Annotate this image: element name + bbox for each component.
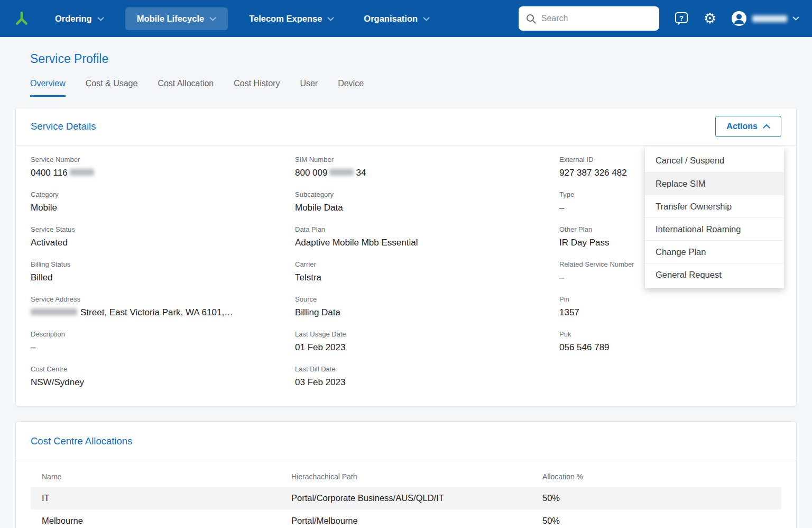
chevron-up-icon xyxy=(763,124,770,129)
field-category: Category Mobile xyxy=(31,190,295,225)
nav-item-telecom-expense[interactable]: Telecom Expense xyxy=(241,7,343,30)
field-puk: Puk 056 546 789 xyxy=(559,330,781,365)
field-data-plan: Data Plan Adaptive Mobile Mbb Essential xyxy=(295,225,559,260)
avatar-icon xyxy=(731,11,747,26)
nav-item-ordering[interactable]: Ordering xyxy=(47,7,113,30)
user-menu[interactable] xyxy=(731,11,799,26)
column-header-name: Name xyxy=(31,461,280,487)
help-button[interactable]: ? xyxy=(674,11,689,26)
table-row: IT Portal/Corporate Business/AUS/QLD/IT … xyxy=(31,487,781,509)
column-header-hierarchical-path: Hierachachical Path xyxy=(280,461,531,487)
nav-item-organisation[interactable]: Organisation xyxy=(355,7,438,30)
cell-path: Portal/Melbourne xyxy=(280,509,531,528)
tab-device[interactable]: Device xyxy=(338,79,364,97)
search-input[interactable] xyxy=(541,14,652,23)
chevron-down-icon xyxy=(792,16,799,21)
field-service-address: Service Address Street, East Victoria Pa… xyxy=(31,295,295,330)
card-title-cost-centre-allocations: Cost Centre Allocations xyxy=(31,435,132,447)
cell-allocation: 50% xyxy=(531,487,781,509)
menu-item-replace-sim[interactable]: Replace SIM xyxy=(645,172,784,195)
nav-item-label: Organisation xyxy=(364,14,418,24)
nav-item-mobile-lifecycle[interactable]: Mobile Lifecycle xyxy=(125,7,228,30)
redacted-text xyxy=(70,169,94,176)
nav-item-label: Telecom Expense xyxy=(249,14,322,24)
svg-text:?: ? xyxy=(679,14,684,22)
search-icon xyxy=(526,14,536,24)
field-subcategory: Subcategory Mobile Data xyxy=(295,190,559,225)
actions-dropdown-menu: Cancel / Suspend Replace SIM Transfer Ow… xyxy=(645,147,784,288)
settings-button[interactable]: ⚙ xyxy=(704,12,716,26)
menu-item-cancel-suspend[interactable]: Cancel / Suspend xyxy=(645,149,784,172)
field-source: Source Billing Data xyxy=(295,295,559,330)
nav-item-label: Mobile Lifecycle xyxy=(137,14,204,24)
card-title-service-details: Service Details xyxy=(31,121,96,132)
actions-button[interactable]: Actions xyxy=(715,116,781,137)
field-service-status: Service Status Activated xyxy=(31,225,295,260)
allocations-table: Name Hierachachical Path Allocation % IT… xyxy=(16,461,796,528)
page-title: Service Profile xyxy=(30,52,797,66)
main-menu: Ordering Mobile Lifecycle Telecom Expens… xyxy=(47,7,438,30)
chevron-down-icon xyxy=(209,17,216,21)
redacted-text xyxy=(31,308,77,315)
global-search xyxy=(519,6,659,31)
tab-cost-usage[interactable]: Cost & Usage xyxy=(86,79,138,97)
menu-item-transfer-ownership[interactable]: Transfer Ownership xyxy=(645,195,784,217)
field-last-bill-date: Last Bill Date 03 Feb 2023 xyxy=(295,365,559,400)
top-navigation-bar: Ordering Mobile Lifecycle Telecom Expens… xyxy=(0,0,812,37)
column-header-allocation: Allocation % xyxy=(531,461,781,487)
field-sim-number: SIM Number 800 00934 xyxy=(295,156,559,190)
field-description: Description – xyxy=(31,330,295,365)
actions-button-label: Actions xyxy=(726,122,758,131)
help-icon: ? xyxy=(674,11,689,26)
field-carrier: Carrier Telstra xyxy=(295,260,559,295)
field-service-number: Service Number 0400 116 xyxy=(31,156,295,190)
chevron-down-icon xyxy=(97,17,104,21)
tab-overview[interactable]: Overview xyxy=(30,79,66,97)
chevron-down-icon xyxy=(423,17,430,21)
table-header-row: Name Hierachachical Path Allocation % xyxy=(31,461,781,487)
field-cost-centre: Cost Centre NSW/Sydney xyxy=(31,365,295,400)
cell-path: Portal/Corporate Business/AUS/QLD/IT xyxy=(280,487,531,509)
menu-item-change-plan[interactable]: Change Plan xyxy=(645,240,784,263)
field-last-usage-date: Last Usage Date 01 Feb 2023 xyxy=(295,330,559,365)
cell-allocation: 50% xyxy=(531,509,781,528)
nav-item-label: Ordering xyxy=(55,14,92,24)
chevron-down-icon xyxy=(327,17,334,21)
cell-name: Melbourne xyxy=(31,509,280,528)
gear-icon: ⚙ xyxy=(704,12,716,26)
menu-item-international-roaming[interactable]: International Roaming xyxy=(645,217,784,240)
service-details-card: Service Details Actions Service Number 0… xyxy=(15,107,797,407)
tab-user[interactable]: User xyxy=(300,79,318,97)
field-pin: Pin 1357 xyxy=(559,295,781,330)
cell-name: IT xyxy=(31,487,280,509)
field-billing-status: Billing Status Billed xyxy=(31,260,295,295)
tab-cost-allocation[interactable]: Cost Allocation xyxy=(158,79,214,97)
app-logo-icon[interactable] xyxy=(13,10,31,28)
user-name-redacted xyxy=(752,15,787,22)
tab-cost-history[interactable]: Cost History xyxy=(234,79,280,97)
table-row: Melbourne Portal/Melbourne 50% xyxy=(31,509,781,528)
cost-centre-allocations-card: Cost Centre Allocations Name Hierachachi… xyxy=(15,421,797,528)
profile-tabs: Overview Cost & Usage Cost Allocation Co… xyxy=(30,79,797,97)
redacted-text xyxy=(329,169,354,176)
menu-item-general-request[interactable]: General Request xyxy=(645,263,784,286)
